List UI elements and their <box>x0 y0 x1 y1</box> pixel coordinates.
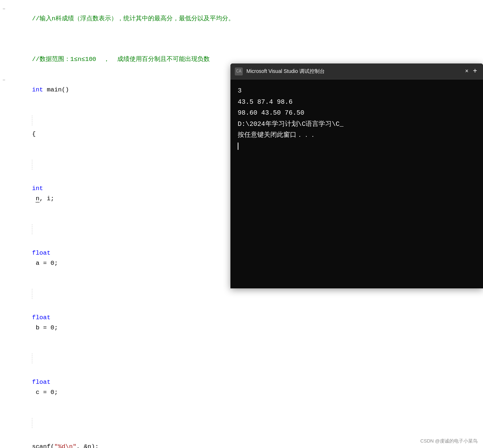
code-line: float c = 0; <box>0 343 240 408</box>
line-content: //输入n科成绩（浮点数表示），统计其中的最高分，最低分以及平均分。 <box>8 4 240 34</box>
code-line: − //输入n科成绩（浮点数表示），统计其中的最高分，最低分以及平均分。 <box>0 4 240 34</box>
code-text: { <box>32 131 36 137</box>
code-text: n, i; <box>32 195 54 202</box>
terminal-title: Microsoft Visual Studio 调试控制台 <box>246 68 462 75</box>
terminal-titlebar: CA Microsoft Visual Studio 调试控制台 × + <box>230 63 483 79</box>
code-line: float a = 0; <box>0 214 240 279</box>
fold-gutter <box>0 34 8 35</box>
terminal-output-line-3: 98.60 43.50 76.50 <box>238 107 476 119</box>
fold-button[interactable]: − <box>0 75 8 86</box>
code-text: a = 0; <box>32 260 58 267</box>
comment-text: //输入n科成绩（浮点数表示），统计其中的最高分，最低分以及平均分。 <box>32 15 234 22</box>
terminal-body: 3 43.5 87.4 98.6 98.60 43.50 76.50 D:\20… <box>230 79 483 288</box>
terminal-window: CA Microsoft Visual Studio 调试控制台 × + 3 4… <box>230 63 483 288</box>
code-line: − int main() <box>0 75 240 105</box>
fold-gutter <box>0 105 8 106</box>
terminal-cursor-line <box>238 141 476 152</box>
code-editor: − //输入n科成绩（浮点数表示），统计其中的最高分，最低分以及平均分。 //数… <box>0 0 240 448</box>
code-line: int n, i; <box>0 149 240 214</box>
keyword-float: float <box>32 379 50 386</box>
code-text: scanf("%d\n", &n); <box>32 443 99 448</box>
comment-text: //数据范围：1≤n≤100 ， 成绩使用百分制且不可能出现负数 <box>32 56 210 63</box>
code-line: scanf("%d\n", &n); <box>0 408 240 448</box>
code-line: { <box>0 105 240 149</box>
keyword-float: float <box>32 250 50 256</box>
fold-gutter <box>0 343 8 344</box>
watermark-text: CSDN @虔诚的电子小菜鸟 <box>420 438 478 444</box>
fold-button[interactable]: − <box>0 4 8 15</box>
keyword-int: int <box>32 86 43 93</box>
line-content: float b = 0; <box>8 279 240 343</box>
line-content: int main() <box>8 75 240 105</box>
line-content: //数据范围：1≤n≤100 ， 成绩使用百分制且不可能出现负数 <box>8 34 240 75</box>
keyword-float: float <box>32 314 50 321</box>
code-line: //数据范围：1≤n≤100 ， 成绩使用百分制且不可能出现负数 <box>0 34 240 75</box>
terminal-output-line-4: D:\2024年学习计划\C语言学习\C_ <box>238 119 476 130</box>
line-content: int n, i; <box>8 149 240 214</box>
fold-gutter <box>0 408 8 408</box>
terminal-icon: CA <box>235 67 243 75</box>
code-line: float b = 0; <box>0 279 240 343</box>
line-content: float a = 0; <box>8 214 240 279</box>
line-content: { <box>8 105 240 149</box>
code-text: b = 0; <box>32 324 58 331</box>
line-content: float c = 0; <box>8 343 240 408</box>
fold-gutter <box>0 214 8 215</box>
terminal-output-line-5: 按任意键关闭此窗口．．． <box>238 130 476 141</box>
code-text: main() <box>43 86 69 93</box>
watermark: CSDN @虔诚的电子小菜鸟 <box>420 438 478 444</box>
terminal-output-line-1: 3 <box>238 85 476 96</box>
terminal-icon-text: CA <box>236 69 241 74</box>
keyword-int: int <box>32 185 43 192</box>
fold-gutter <box>0 279 8 279</box>
terminal-output-line-2: 43.5 87.4 98.6 <box>238 96 476 108</box>
code-text: c = 0; <box>32 389 58 396</box>
terminal-add-button[interactable]: + <box>471 68 479 75</box>
fold-gutter <box>0 149 8 150</box>
line-content: scanf("%d\n", &n); <box>8 408 240 448</box>
terminal-close-button[interactable]: × <box>462 69 471 74</box>
